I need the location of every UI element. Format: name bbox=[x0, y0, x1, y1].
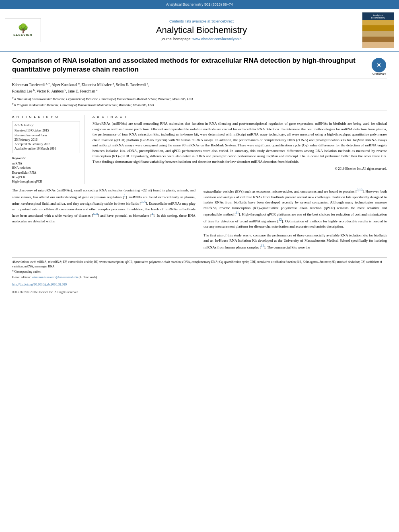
keyword-1: miRNA bbox=[12, 161, 80, 166]
ref-11-link[interactable]: 11 bbox=[236, 211, 239, 215]
elsevier-tree-icon: 🌳 bbox=[18, 24, 29, 33]
footnote-abbreviations: Abbreviations used: miRNA, microRNA; EV,… bbox=[12, 260, 387, 269]
bottom-bar: 0003-2697/© 2016 Elsevier Inc. All right… bbox=[12, 289, 387, 294]
authors-line: Kahraman Tanriverdi a, *, Alper Kucukura… bbox=[12, 82, 387, 94]
body-column-right: extracellular vesicles (EVs) such as exo… bbox=[204, 188, 387, 253]
abbreviations-label: Abbreviations used: bbox=[12, 260, 36, 264]
abstract-paragraph: MicroRNAs (miRNAs) are small noncoding R… bbox=[93, 121, 387, 164]
cover-stripe-1 bbox=[362, 20, 394, 25]
journal-title: Analytical Biochemistry bbox=[156, 25, 247, 35]
cover-stripe-2 bbox=[362, 25, 394, 31]
history-accepted: Accepted 26 February 2016 bbox=[14, 142, 78, 146]
history-received: Received 18 October 2015 bbox=[14, 128, 78, 133]
history-online: Available online 10 March 2016 bbox=[14, 146, 78, 151]
ref-2-5-link[interactable]: 2–5 bbox=[141, 200, 146, 204]
email-link[interactable]: kahraman.tanriverdi@umasssmed.edu bbox=[32, 275, 78, 279]
body-para-2: extracellular vesicles (EVs) such as exo… bbox=[204, 188, 387, 230]
history-revised-date: 25 February 2016 bbox=[14, 138, 78, 142]
crossmark-icon: ✕ bbox=[372, 58, 386, 72]
keyword-3: Extracellular RNA bbox=[12, 170, 80, 175]
journal-header: 🌳 ELSEVIER Contents lists available at S… bbox=[0, 9, 399, 52]
cover-title-text: AnalyticalBiochemistry bbox=[362, 12, 394, 20]
cover-stripe-4 bbox=[362, 37, 394, 42]
crossmark-label: CrossMark bbox=[372, 72, 387, 75]
keyword-4: RT–qPCR bbox=[12, 175, 80, 179]
article-history-box: Article history: Received 18 October 201… bbox=[12, 121, 80, 153]
ref-6-8-link[interactable]: 6–8 bbox=[93, 212, 98, 216]
cover-stripe-3 bbox=[362, 31, 394, 37]
body-section: The discovery of microRNAs (miRNAs), sma… bbox=[12, 188, 387, 253]
article-info-column: A R T I C L E I N F O Article history: R… bbox=[12, 115, 84, 184]
science-direct-label: Contents lists available at ScienceDirec… bbox=[169, 19, 234, 23]
footnotes-section: Abbreviations used: miRNA, microRNA; EV,… bbox=[12, 257, 387, 279]
journal-homepage-label: journal homepage: www.elsevier.com/locat… bbox=[161, 37, 241, 41]
article-title-section: Comparison of RNA isolation and associat… bbox=[12, 56, 387, 78]
body-para-1: The discovery of microRNAs (miRNAs), sma… bbox=[12, 188, 195, 224]
affiliations: a a Division of Cardiovascular Medicine,… bbox=[12, 96, 387, 111]
issn-text: 0003-2697/© 2016 Elsevier Inc. All right… bbox=[12, 290, 79, 294]
journal-homepage-link[interactable]: www.elsevier.com/locate/yabio bbox=[193, 37, 242, 41]
article-info-abstract-section: A R T I C L E I N F O Article history: R… bbox=[12, 115, 387, 184]
keywords-title: Keywords: bbox=[12, 156, 80, 160]
journal-cover-image: AnalyticalBiochemistry bbox=[362, 12, 394, 48]
copyright-notice: © 2016 Elsevier Inc. All rights reserved… bbox=[93, 167, 387, 170]
footnote-corresponding: * Corresponding author. bbox=[12, 270, 387, 274]
abstract-text: MicroRNAs (miRNAs) are small noncoding R… bbox=[93, 121, 387, 164]
affiliation-a: a a Division of Cardiovascular Medicine,… bbox=[12, 96, 387, 102]
ref-13-link[interactable]: 13 bbox=[261, 244, 264, 248]
elsevier-logo: 🌳 ELSEVIER bbox=[5, 18, 41, 42]
article-content: Comparison of RNA isolation and associat… bbox=[0, 52, 399, 298]
article-title: Comparison of RNA isolation and associat… bbox=[12, 56, 368, 74]
journal-reference: Analytical Biochemistry 501 (2016) 66–74 bbox=[166, 2, 233, 6]
keyword-2: RNA isolation bbox=[12, 166, 80, 170]
page: Analytical Biochemistry 501 (2016) 66–74… bbox=[0, 0, 399, 532]
keyword-5: High-throughput qPCR bbox=[12, 179, 80, 184]
ref-4-link[interactable]: 4 bbox=[152, 212, 153, 216]
history-revised-label: Received in revised form bbox=[14, 133, 78, 138]
journal-center: Contents lists available at ScienceDirec… bbox=[45, 19, 358, 41]
ref-12-link[interactable]: 12 bbox=[278, 218, 282, 222]
science-direct-link[interactable]: ScienceDirect bbox=[212, 19, 234, 23]
cover-stripes bbox=[362, 20, 394, 48]
abstract-column: A B S T R A C T MicroRNAs (miRNAs) are s… bbox=[93, 115, 387, 184]
elsevier-logo-image: 🌳 ELSEVIER bbox=[7, 20, 39, 40]
journal-reference-bar: Analytical Biochemistry 501 (2016) 66–74 bbox=[0, 0, 399, 9]
crossmark-badge: ✕ CrossMark bbox=[372, 58, 387, 73]
cover-stripe-5 bbox=[362, 42, 394, 48]
affiliation-b: b b Program in Molecular Medicine, Unive… bbox=[12, 102, 387, 108]
doi-section: http://dx.doi.org/10.1016/j.ab.2016.02.0… bbox=[12, 283, 387, 286]
body-para-3: The first aim of this study was to compa… bbox=[204, 233, 387, 251]
footnote-email: E-mail address: kahraman.tanriverdi@umas… bbox=[12, 275, 387, 280]
abstract-header: A B S T R A C T bbox=[93, 115, 387, 119]
body-two-col: The discovery of microRNAs (miRNAs), sma… bbox=[12, 188, 387, 253]
history-title: Article history: bbox=[14, 123, 78, 127]
article-info-header: A R T I C L E I N F O bbox=[12, 115, 80, 119]
keywords-section: Keywords: miRNA RNA isolation Extracellu… bbox=[12, 156, 80, 184]
elsevier-brand-name: ELSEVIER bbox=[13, 33, 33, 37]
doi-link[interactable]: http://dx.doi.org/10.1016/j.ab.2016.02.0… bbox=[12, 283, 67, 286]
body-column-left: The discovery of microRNAs (miRNAs), sma… bbox=[12, 188, 195, 253]
ref-1-link[interactable]: 1 bbox=[124, 194, 125, 197]
ref-9-10-link[interactable]: 9,10 bbox=[357, 188, 362, 192]
